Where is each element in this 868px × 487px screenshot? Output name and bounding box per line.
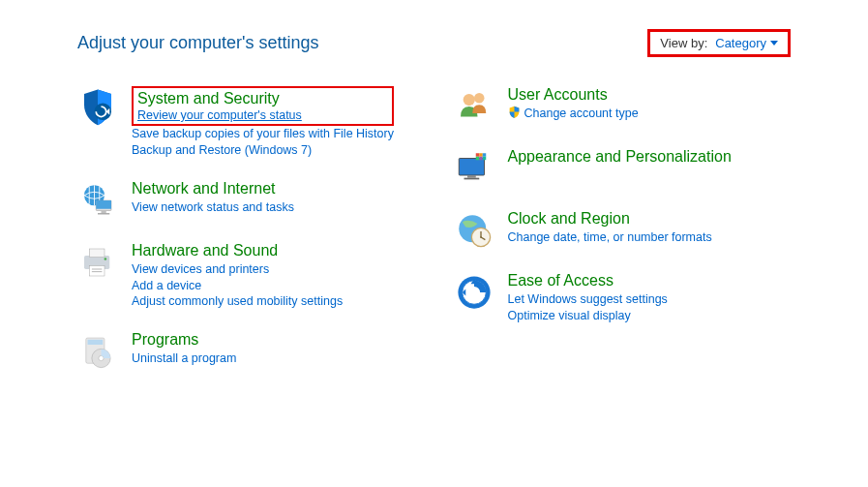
- category-link[interactable]: View devices and printers: [132, 261, 343, 278]
- svg-rect-6: [98, 213, 109, 214]
- svg-point-18: [463, 94, 474, 106]
- svg-point-34: [480, 236, 482, 238]
- svg-rect-25: [479, 153, 483, 157]
- category-title[interactable]: System and Security: [137, 90, 388, 107]
- svg-rect-14: [88, 340, 104, 345]
- ease-of-access-icon: [454, 272, 494, 313]
- category-clock-region: Clock and Region Change date, time, or n…: [454, 210, 792, 251]
- page-title: Adjust your computer's settings: [77, 33, 319, 53]
- view-by-value: Category: [715, 36, 766, 50]
- category-ease-of-access: Ease of Access Let Windows suggest setti…: [454, 272, 792, 324]
- category-title[interactable]: Clock and Region: [508, 210, 712, 228]
- category-link[interactable]: Optimize visual display: [508, 308, 668, 324]
- category-link[interactable]: View network status and tasks: [132, 199, 294, 216]
- svg-point-19: [474, 93, 485, 104]
- category-title[interactable]: Appearance and Personalization: [508, 148, 732, 166]
- uac-shield-icon: [508, 106, 521, 123]
- view-by-control: View by: Category: [647, 29, 791, 57]
- category-title[interactable]: Ease of Access: [508, 272, 668, 289]
- category-link[interactable]: Adjust commonly used mobility settings: [132, 293, 343, 310]
- svg-rect-28: [479, 157, 483, 161]
- disc-box-icon: [77, 331, 118, 372]
- view-by-dropdown[interactable]: Category: [715, 36, 778, 50]
- svg-rect-9: [89, 265, 105, 276]
- svg-rect-24: [475, 153, 479, 157]
- clock-globe-icon: [454, 210, 494, 251]
- svg-point-17: [99, 356, 104, 361]
- chevron-down-icon: [770, 41, 778, 46]
- svg-rect-20: [459, 159, 484, 176]
- category-link[interactable]: Let Windows suggest settings: [508, 291, 668, 308]
- people-icon: [454, 86, 494, 127]
- category-link[interactable]: Change account type: [508, 106, 639, 123]
- category-title[interactable]: Network and Internet: [132, 180, 294, 198]
- category-user-accounts: User Accounts Change account type: [454, 86, 792, 127]
- svg-rect-4: [96, 200, 111, 209]
- svg-rect-26: [482, 153, 486, 157]
- svg-rect-27: [475, 157, 479, 161]
- monitor-palette-icon: [454, 148, 494, 189]
- svg-rect-29: [482, 157, 486, 161]
- shield-icon: [77, 86, 118, 127]
- svg-rect-22: [467, 175, 476, 178]
- category-programs: Programs Uninstall a program: [77, 331, 415, 372]
- highlight-box: System and Security Review your computer…: [132, 86, 394, 126]
- category-link[interactable]: Change date, time, or number formats: [508, 229, 712, 246]
- category-title[interactable]: User Accounts: [508, 86, 639, 104]
- svg-rect-8: [89, 249, 105, 258]
- category-link[interactable]: Save backup copies of your files with Fi…: [132, 126, 394, 142]
- category-link[interactable]: Backup and Restore (Windows 7): [132, 142, 394, 159]
- globe-network-icon: [77, 180, 118, 221]
- svg-rect-5: [102, 210, 106, 213]
- category-link[interactable]: Add a device: [132, 278, 343, 294]
- svg-point-12: [105, 258, 107, 260]
- category-title[interactable]: Hardware and Sound: [132, 242, 343, 259]
- category-appearance: Appearance and Personalization: [454, 148, 792, 189]
- category-link[interactable]: Review your computer's status: [137, 107, 388, 124]
- category-link[interactable]: Uninstall a program: [132, 350, 236, 367]
- category-title[interactable]: Programs: [132, 331, 236, 349]
- category-system-security: System and Security Review your computer…: [77, 86, 415, 159]
- category-network-internet: Network and Internet View network status…: [77, 180, 415, 221]
- category-hardware-sound: Hardware and Sound View devices and prin…: [77, 242, 415, 311]
- printer-icon: [77, 242, 118, 283]
- svg-rect-23: [464, 178, 479, 180]
- view-by-label: View by:: [660, 36, 707, 50]
